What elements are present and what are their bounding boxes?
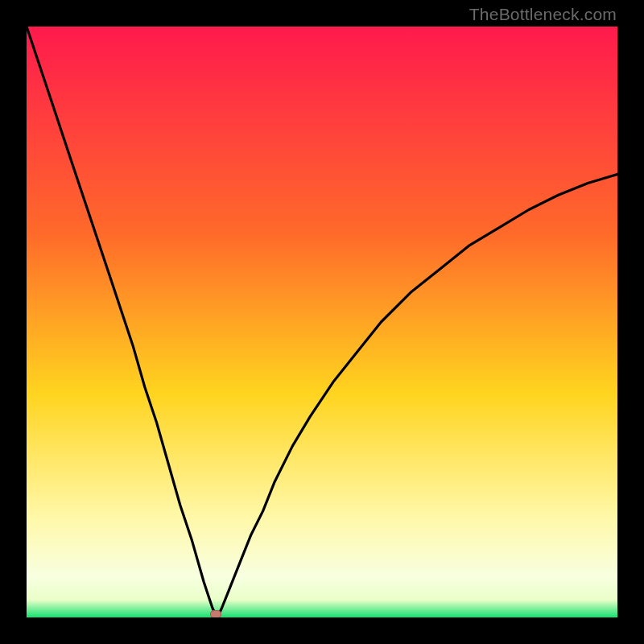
watermark-text: TheBottleneck.com (469, 5, 617, 24)
chart-frame: TheBottleneck.com (0, 0, 644, 644)
plot-area (27, 27, 617, 617)
bottleneck-curve (27, 27, 617, 617)
bottleneck-marker (210, 610, 221, 617)
